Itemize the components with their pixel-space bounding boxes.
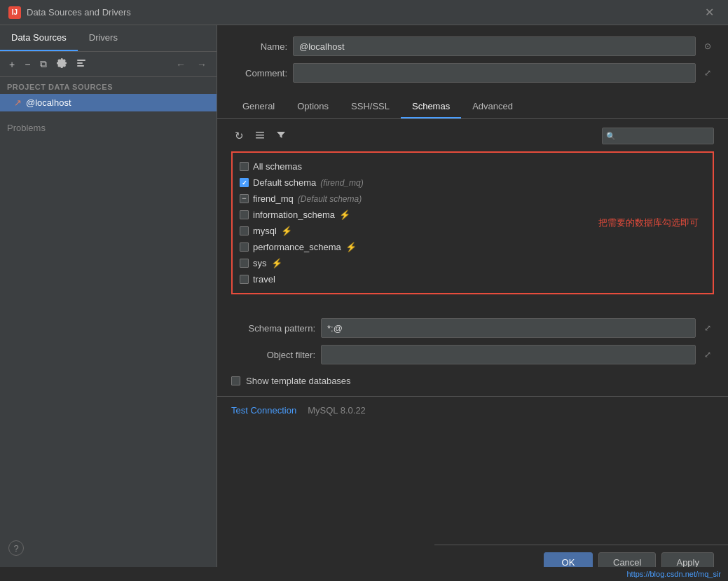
settings-button[interactable] [53, 56, 70, 72]
checkbox-all[interactable] [240, 162, 249, 171]
tab-advanced[interactable]: Advanced [461, 95, 524, 118]
lightning-icon-mysql: ⚡ [281, 226, 292, 236]
search-icon: 🔍 [606, 132, 616, 141]
svg-rect-5 [256, 137, 264, 139]
lightning-icon-information: ⚡ [339, 210, 350, 220]
checkbox-show-template[interactable] [231, 376, 240, 385]
status-bar-link[interactable]: https://blog.csdn.net/mq_sir [626, 570, 721, 578]
add-button[interactable]: + [6, 57, 18, 72]
lightning-icon-sys: ⚡ [271, 258, 282, 268]
main-layout: Data Sources Drivers + − ⧉ ← [0, 25, 728, 581]
filter-button[interactable] [273, 128, 289, 144]
refresh-button[interactable]: ↻ [231, 128, 247, 144]
svg-rect-2 [77, 65, 84, 67]
bottom-fields: Schema pattern: ⤢ Object filter: ⤢ [217, 310, 728, 371]
comment-expand-button[interactable]: ⤢ [701, 67, 714, 79]
schema-list: All schemas ✓ Default schema (firend_mq)… [231, 151, 714, 294]
schema-item-firend-mq[interactable]: − firend_mq (Default schema) [233, 191, 713, 207]
schema-pattern-row: Schema pattern: ⤢ [231, 318, 714, 338]
name-row: Name: ⊙ [231, 36, 714, 56]
svg-rect-3 [256, 132, 264, 133]
schema-item-sys[interactable]: sys ⚡ [233, 255, 713, 271]
schema-item-mysql[interactable]: mysql ⚡ [233, 223, 713, 239]
tab-datasources[interactable]: Data Sources [0, 25, 78, 51]
form-area: Name: ⊙ Comment: ⤢ [217, 25, 728, 95]
back-button[interactable]: ← [172, 57, 190, 72]
lightning-icon-performance: ⚡ [345, 242, 357, 252]
name-input[interactable] [293, 36, 696, 56]
svg-rect-0 [77, 60, 85, 61]
schema-item-default[interactable]: ✓ Default schema (firend_mq) [233, 175, 713, 191]
tab-general[interactable]: General [231, 95, 286, 118]
checkbox-mysql[interactable] [240, 226, 249, 235]
object-filter-expand[interactable]: ⤢ [701, 348, 714, 361]
left-panel: Data Sources Drivers + − ⧉ ← [0, 25, 217, 581]
checkbox-firend-mq[interactable]: − [240, 194, 249, 203]
schema-pattern-expand[interactable]: ⤢ [701, 322, 714, 334]
object-filter-input[interactable] [321, 345, 696, 364]
right-panel: Name: ⊙ Comment: ⤢ General Options SSH/S… [217, 25, 728, 581]
schema-item-information-schema[interactable]: information_schema ⚡ [233, 207, 713, 223]
schemas-toolbar: ↻ 🔍 [217, 125, 728, 147]
name-label: Name: [231, 41, 287, 52]
left-tabs: Data Sources Drivers [0, 25, 217, 52]
left-toolbar: + − ⧉ ← → [0, 52, 217, 77]
tree-item-localhost[interactable]: ↗ @localhost [0, 94, 217, 111]
ddl-button[interactable] [73, 56, 90, 72]
footer-area: Test Connection MySQL 8.0.22 [217, 396, 728, 424]
schema-item-all[interactable]: All schemas [233, 158, 713, 175]
checkbox-sys[interactable] [240, 259, 249, 268]
tree-item-label: @localhost [26, 97, 71, 108]
window-title: Data Sources and Drivers [27, 7, 699, 18]
forward-button[interactable]: → [193, 57, 211, 72]
svg-rect-4 [256, 135, 264, 136]
comment-input[interactable] [293, 63, 696, 83]
content-tabs: General Options SSH/SSL Schemas Advanced [217, 95, 728, 119]
schema-pattern-label: Schema pattern: [231, 323, 315, 334]
section-header: Project Data Sources [0, 77, 217, 94]
svg-rect-1 [77, 62, 83, 64]
title-bar: IJ Data Sources and Drivers ✕ [0, 0, 728, 25]
comment-row: Comment: ⤢ [231, 63, 714, 83]
comment-label: Comment: [231, 68, 287, 78]
remove-button[interactable]: − [21, 57, 34, 72]
tab-options[interactable]: Options [286, 95, 340, 118]
list-button[interactable] [252, 128, 268, 144]
app-icon: IJ [8, 6, 21, 19]
checkbox-travel[interactable] [240, 275, 249, 284]
db-version: MySQL 8.0.22 [308, 405, 366, 416]
object-filter-label: Object filter: [231, 350, 315, 360]
schema-item-travel[interactable]: travel [233, 271, 713, 287]
schema-pattern-input[interactable] [321, 318, 696, 338]
tab-schemas[interactable]: Schemas [401, 95, 461, 118]
status-bar: https://blog.csdn.net/mq_sir [0, 567, 728, 581]
name-expand-button[interactable]: ⊙ [701, 40, 714, 53]
help-button[interactable]: ? [8, 540, 24, 556]
copy-button[interactable]: ⧉ [36, 56, 50, 72]
search-input[interactable] [602, 128, 714, 144]
checkbox-default[interactable]: ✓ [240, 178, 249, 187]
test-connection-button[interactable]: Test Connection [231, 405, 296, 416]
close-button[interactable]: ✕ [699, 3, 720, 22]
show-template-label: Show template databases [246, 376, 351, 386]
tab-drivers[interactable]: Drivers [78, 25, 129, 51]
problems-section: Problems [0, 111, 217, 144]
schema-item-performance-schema[interactable]: performance_schema ⚡ [233, 239, 713, 255]
show-template-row: Show template databases [217, 371, 728, 390]
object-filter-row: Object filter: ⤢ [231, 345, 714, 364]
checkbox-information-schema[interactable] [240, 210, 249, 219]
tab-ssh-ssl[interactable]: SSH/SSL [340, 95, 401, 118]
checkbox-performance-schema[interactable] [240, 242, 249, 252]
datasource-icon: ↗ [14, 97, 22, 108]
search-wrap: 🔍 [602, 128, 714, 144]
